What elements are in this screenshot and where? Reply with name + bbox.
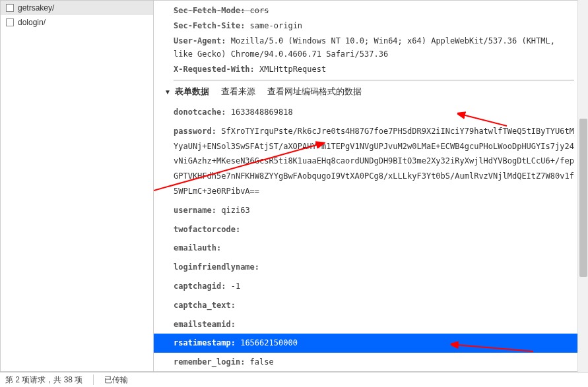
form-row-emailauth: emailauth: — [174, 239, 574, 258]
form-row-emailsteamid: emailsteamid: — [174, 315, 574, 334]
form-key: loginfriendlyname: — [174, 262, 259, 272]
form-key: username: — [174, 206, 216, 215]
header-key: Sec-Fetch-Site: — [174, 21, 245, 30]
form-key: emailauth: — [174, 243, 221, 253]
details-panel: Sec-Fetch-Mode: cors Sec-Fetch-Site: sam… — [154, 1, 587, 371]
statusbar: 第 2 项请求，共 38 项 已传输 — [0, 372, 588, 387]
sidebar-item-label: getrsakey/ — [18, 3, 54, 13]
header-sec-fetch-mode: Sec-Fetch-Mode: cors — [174, 3, 574, 18]
form-value: SfXroTYIrquPste/Rk6cJre0ts4H87G7foe7PHSd… — [174, 127, 574, 196]
form-value: -1 — [231, 282, 240, 291]
checkbox-icon[interactable] — [6, 4, 14, 12]
form-data-body: donotcache: 1633848869818 password: SfXr… — [174, 103, 574, 371]
form-row-captchagid: captchagid: -1 — [174, 277, 574, 296]
form-key: remember_login: — [174, 357, 245, 367]
form-key: twofactorcode: — [174, 225, 240, 234]
header-value: Mozilla/5.0 (Windows NT 10.0; Win64; x64… — [174, 36, 555, 58]
form-row-twofactorcode: twofactorcode: — [174, 220, 574, 239]
view-url-encoded-link[interactable]: 查看网址编码格式的数据 — [267, 86, 362, 98]
header-key: X-Requested-With: — [174, 65, 255, 74]
header-sec-fetch-site: Sec-Fetch-Site: same-origin — [174, 18, 574, 34]
form-row-password: password: SfXroTYIrquPste/Rk6cJre0ts4H87… — [174, 122, 574, 201]
header-value: same-origin — [250, 21, 302, 30]
form-row-username: username: qizi63 — [174, 201, 574, 220]
header-key: User-Agent: — [174, 36, 226, 45]
form-key: captchagid: — [174, 282, 226, 291]
form-value: 1633848869818 — [231, 107, 293, 117]
form-key: donotcache: — [174, 107, 226, 117]
form-row-remember-login: remember_login: false — [174, 353, 574, 371]
form-row-rsatimestamp: rsatimestamp: 165662150000 — [154, 334, 587, 353]
scrollbar-track[interactable] — [577, 0, 588, 372]
form-row-loginfriendlyname: loginfriendlyname: — [174, 258, 574, 277]
header-key: Sec-Fetch-Mode: — [174, 6, 245, 15]
header-value: cors — [250, 6, 269, 15]
status-requests-count: 第 2 项请求，共 38 项 — [5, 374, 82, 386]
form-key: emailsteamid: — [174, 320, 236, 329]
header-x-requested-with: X-Requested-With: XMLHttpRequest — [174, 62, 574, 77]
header-value: XMLHttpRequest — [259, 65, 326, 74]
request-list-sidebar: getrsakey/ dologin/ — [1, 1, 154, 371]
form-data-section-header[interactable]: ▼ 表单数据 查看来源 查看网址编码格式的数据 — [164, 80, 574, 103]
header-user-agent: User-Agent: Mozilla/5.0 (Windows NT 10.0… — [174, 34, 574, 61]
checkbox-icon[interactable] — [6, 18, 14, 26]
scrollbar-thumb[interactable] — [579, 119, 587, 277]
divider — [93, 374, 94, 385]
view-source-link[interactable]: 查看来源 — [221, 86, 255, 98]
form-row-donotcache: donotcache: 1633848869818 — [174, 103, 574, 122]
form-key: captcha_text: — [174, 301, 236, 310]
sidebar-item-dologin[interactable]: dologin/ — [1, 15, 153, 30]
form-value: qizi63 — [221, 206, 249, 215]
expand-arrow-icon[interactable]: ▼ 表单数据 — [164, 86, 209, 98]
form-key: rsatimestamp: — [174, 338, 236, 347]
request-headers-section: Sec-Fetch-Mode: cors Sec-Fetch-Site: sam… — [174, 1, 574, 80]
form-value: 165662150000 — [240, 338, 298, 347]
form-row-captcha-text: captcha_text: — [174, 296, 574, 315]
status-transferred: 已传输 — [104, 374, 128, 386]
form-value: false — [250, 357, 274, 367]
sidebar-item-getrsakey[interactable]: getrsakey/ — [1, 1, 153, 15]
form-key: password: — [174, 127, 216, 136]
sidebar-item-label: dologin/ — [18, 18, 46, 27]
